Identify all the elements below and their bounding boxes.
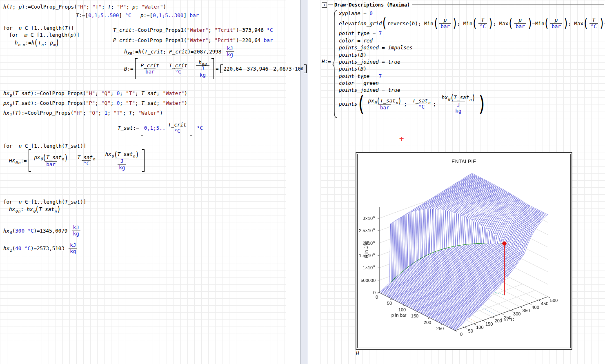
loop-hx0-vector[interactable]: for n ∈ [1..length(T_sat)]hx0n:=hx0(T_sa… xyxy=(3,198,86,213)
math-keyword: CoolProp_Props xyxy=(40,100,83,106)
math-variable: P_crit xyxy=(141,63,159,69)
plot-region[interactable]: ENTALPIE xyxy=(356,152,572,350)
math-operator: ) xyxy=(80,143,83,149)
math-operator: ( xyxy=(62,25,65,31)
math-variable: T_sat xyxy=(118,125,133,131)
math-operator: = xyxy=(191,49,194,55)
math-keyword: reverse xyxy=(387,20,409,27)
math-operator: ; xyxy=(163,49,169,55)
math-operator: = xyxy=(354,38,364,44)
math-operator: ] xyxy=(83,143,87,149)
math-indexed: hKB xyxy=(198,60,207,65)
math-operator: ; xyxy=(135,100,141,106)
maxima-draw-line[interactable]: xyplane = 0 xyxy=(339,10,605,16)
math-keyword: for xyxy=(3,199,13,205)
math-variable: T xyxy=(108,4,111,10)
def-T-crit[interactable]: T_crit:=CoolProp_Props1("Water"; "Tcrit"… xyxy=(113,27,273,33)
plot-canvas[interactable] xyxy=(358,155,572,349)
maxima-draw-line[interactable]: points_joined = impulses xyxy=(339,44,605,51)
math-variable: m xyxy=(24,32,28,38)
math-operator: − xyxy=(532,20,535,27)
maxima-draw-line[interactable]: elevation_grid(reverse(h); Min(pbar); Mi… xyxy=(339,17,605,29)
math-variable: T xyxy=(129,110,132,116)
header-dash xyxy=(328,4,333,5)
maxima-draw-line[interactable]: points(B) xyxy=(339,51,605,58)
math-operator: 1..length xyxy=(40,32,67,38)
math-operator: := xyxy=(131,27,138,33)
def-h-KB[interactable]: hKB:=h(T_crit; P_crit)=2087,2998 kJkg xyxy=(124,46,236,58)
maxima-draw-line[interactable]: points(px0(T_satn)bar; T_satn°C; hx0(T_s… xyxy=(339,94,605,114)
maxima-draw-line[interactable]: points_joined = true xyxy=(339,87,605,93)
def-hx0[interactable]: hx0(T_sat):=CoolProp_Props("H"; "Q"; 0; … xyxy=(3,90,187,97)
pane-splitter[interactable] xyxy=(300,0,308,364)
math-operator xyxy=(260,37,264,43)
math-variable: T xyxy=(481,17,485,23)
math-operator: ( xyxy=(184,27,187,33)
maxima-draw-line[interactable]: point_type = 7 xyxy=(339,73,605,79)
math-result: 1345,0079 xyxy=(40,228,68,234)
math-fraction: px0(T_satn)bar xyxy=(367,97,403,111)
math-operator: [ xyxy=(31,143,34,149)
math-operator: = xyxy=(369,73,379,79)
paren-icon: ( xyxy=(36,205,38,213)
paren-icon: ) xyxy=(56,38,59,47)
math-string: "Tcrit" xyxy=(214,27,236,33)
maxima-draw-line[interactable]: points(B) xyxy=(339,66,605,72)
math-unit: °C xyxy=(125,12,131,18)
def-h-function[interactable]: h(T; p):=CoolProp_Props("H"; "T"; T; "P"… xyxy=(3,3,166,10)
math-operator: [ xyxy=(85,12,89,18)
math-variable: hx xyxy=(27,206,33,212)
math-variable: elevation_grid xyxy=(339,20,382,27)
math-operator: ) xyxy=(163,4,166,10)
maxima-draw-line[interactable]: color = red xyxy=(339,37,605,44)
math-operator: := xyxy=(133,125,139,131)
math-unit: bar xyxy=(516,24,525,29)
math-variable: red xyxy=(363,38,373,44)
math-variable: 1 xyxy=(10,113,12,117)
math-variable: points_joined xyxy=(339,59,379,65)
maxima-draw-line[interactable]: color = green xyxy=(339,80,605,86)
math-operator: [ xyxy=(31,25,34,31)
math-variable: h xyxy=(412,20,415,27)
loop-h-matrix[interactable]: for n ∈ [1..length(T)]for m ∈ [1..length… xyxy=(3,24,80,47)
math-indexed: hx1 xyxy=(3,110,12,116)
math-number: 0,1;5..500 xyxy=(88,12,119,18)
maxima-draw-line[interactable]: points_joined = true xyxy=(339,58,605,65)
math-variable: point_type xyxy=(339,30,369,36)
math-operator: ; xyxy=(418,20,424,27)
math-unit: °C xyxy=(267,27,273,33)
math-variable: n xyxy=(469,98,472,102)
math-number: 0 xyxy=(117,100,120,106)
math-operator: ) xyxy=(160,110,163,116)
maxima-assignment-label[interactable]: H:= xyxy=(322,58,331,65)
def-T-range[interactable]: T:=[0,1;5..500] °C xyxy=(76,12,131,19)
def-hx1[interactable]: hx1(T):=CoolProp_Props("H"; "Q"; 1; "T";… xyxy=(3,109,163,116)
paren-icon: ) xyxy=(399,97,401,104)
def-P-crit[interactable]: P_crit:=CoolProp_Props1("Water"; "Pcrit"… xyxy=(113,37,273,44)
math-operator: ( xyxy=(12,228,16,234)
math-operator: ) xyxy=(31,100,34,106)
draw-descriptions-title: Draw-Descriptions (Maxima) xyxy=(334,2,410,8)
math-keyword: Min xyxy=(535,20,545,27)
math-operator: ( xyxy=(12,90,16,96)
math-variable: T_sat xyxy=(15,100,31,106)
math-operator: := xyxy=(21,158,27,164)
math-variable: B xyxy=(124,66,127,72)
maxima-draw-block[interactable]: xyplane = 0elevation_grid(reverse(h); Mi… xyxy=(332,10,605,118)
collapse-icon[interactable]: + xyxy=(322,2,327,8)
math-indexed: T_satn xyxy=(39,206,57,212)
def-T-sat-range[interactable]: T_sat:=0,1;5..T_crit°C °C xyxy=(118,121,203,135)
eval-hx0-300[interactable]: hx0(300 °C)=1345,0079 kJkg xyxy=(3,225,82,237)
maxima-draw-line[interactable]: point_type = 7 xyxy=(339,30,605,37)
math-keyword: CoolProp_Props1 xyxy=(138,37,184,43)
def-px0[interactable]: px0(T_sat):=CoolProp_Props("P"; "Q"; 0; … xyxy=(3,100,187,107)
math-operator: ; xyxy=(120,100,126,106)
def-B-vector[interactable]: B:=P_critbarT_crit°ChKBJkg=220,64373,946… xyxy=(124,58,308,79)
loop-HX0[interactable]: for n ∈ [1..length(T_sat)]HX0n:=px0(T_sa… xyxy=(3,142,146,172)
math-fraction: T_crit°C xyxy=(168,63,189,75)
def-p-range[interactable]: p:=[0,1;5..300] bar xyxy=(140,12,199,19)
math-unit: kg xyxy=(70,249,76,254)
math-variable: p xyxy=(71,32,74,38)
math-variable: p xyxy=(132,4,136,10)
eval-hx1-40[interactable]: hx1(40 °C)=2573,5103 kJkg xyxy=(3,242,78,255)
